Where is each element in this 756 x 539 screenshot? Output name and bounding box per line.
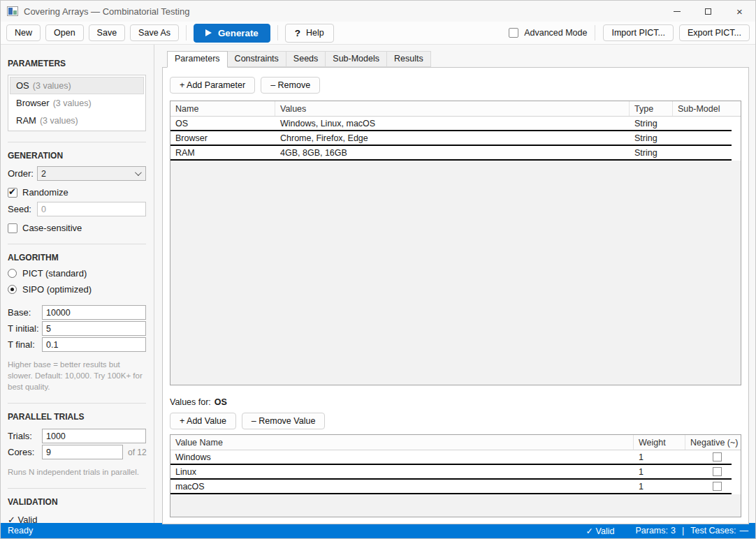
parameter-list-item[interactable]: OS(3 values) bbox=[10, 77, 144, 94]
column-header-name[interactable]: Name bbox=[170, 101, 275, 116]
values-for-line: Values for:OS bbox=[170, 397, 741, 407]
parameter-table-row[interactable]: RAM4GB, 8GB, 16GBString bbox=[170, 146, 732, 161]
tab-parameters[interactable]: Parameters bbox=[167, 51, 228, 68]
value-negative-cell bbox=[685, 467, 741, 476]
column-header-type[interactable]: Type bbox=[630, 101, 673, 116]
order-dropdown[interactable]: 2 bbox=[37, 166, 146, 181]
column-header-sub-model[interactable]: Sub-Model bbox=[673, 101, 741, 116]
algorithm-options: PICT (standard)SIPO (optimized) bbox=[8, 268, 146, 295]
t-final-input[interactable]: 0.1 bbox=[42, 337, 146, 352]
parameter-list-item[interactable]: Browser(3 values) bbox=[10, 94, 144, 112]
validation-section-header: VALIDATION bbox=[8, 497, 146, 507]
param-type-cell: String bbox=[630, 148, 673, 158]
value-negative-cell bbox=[685, 482, 741, 491]
minimize-icon bbox=[674, 11, 681, 12]
cores-value: 9 bbox=[46, 448, 51, 457]
remove-value-button[interactable]: – Remove Value bbox=[242, 413, 326, 429]
column-header-negative-[interactable]: Negative (~) bbox=[685, 435, 741, 450]
tab-sub-models[interactable]: Sub-Models bbox=[325, 51, 387, 67]
column-header-value-name[interactable]: Value Name bbox=[170, 435, 634, 450]
open-button[interactable]: Open bbox=[45, 24, 84, 41]
value-negative-cell bbox=[685, 452, 741, 462]
column-header-weight[interactable]: Weight bbox=[634, 435, 685, 450]
value-name-cell: Windows bbox=[170, 452, 634, 462]
parallel-trials-section-header: PARALLEL TRIALS bbox=[8, 412, 146, 422]
param-type-cell: String bbox=[630, 119, 673, 128]
base-input[interactable]: 10000 bbox=[42, 305, 146, 320]
play-icon bbox=[205, 29, 212, 36]
parameters-table: NameValuesTypeSub-Model OSWindows, Linux… bbox=[170, 101, 741, 385]
sidebar: PARAMETERS OS(3 values)Browser(3 values)… bbox=[1, 45, 154, 524]
values-for-parameter: OS bbox=[215, 397, 227, 407]
order-label: Order: bbox=[8, 168, 37, 179]
value-weight-cell: 1 bbox=[634, 467, 685, 477]
tab-seeds[interactable]: Seeds bbox=[286, 51, 326, 67]
column-header-values[interactable]: Values bbox=[275, 101, 630, 116]
trials-value: 1000 bbox=[46, 431, 66, 441]
algorithm-option[interactable]: PICT (standard) bbox=[8, 268, 146, 279]
add-value-button[interactable]: + Add Value bbox=[170, 413, 236, 429]
cores-input[interactable]: 9 bbox=[42, 445, 123, 459]
import-pict-button[interactable]: Import PICT... bbox=[603, 24, 673, 41]
seed-row: Seed: 0 bbox=[8, 202, 146, 216]
base-label: Base: bbox=[8, 307, 42, 318]
close-icon: × bbox=[736, 6, 743, 17]
question-icon: ? bbox=[295, 28, 300, 38]
section-divider bbox=[8, 488, 146, 489]
tab-strip: ParametersConstraintsSeedsSub-ModelsResu… bbox=[167, 51, 749, 67]
parameters-section-header: PARAMETERS bbox=[8, 59, 146, 68]
case-sensitive-row[interactable]: Case-sensitive bbox=[8, 223, 146, 233]
section-divider bbox=[8, 244, 146, 244]
trials-input[interactable]: 1000 bbox=[42, 429, 146, 443]
value-table-row[interactable]: Windows1 bbox=[170, 450, 732, 465]
t-final-label: T final: bbox=[8, 339, 42, 350]
tab-constraints[interactable]: Constraints bbox=[227, 51, 286, 67]
radio-icon[interactable] bbox=[8, 285, 17, 294]
randomize-row[interactable]: ✔ Randomize bbox=[8, 187, 146, 198]
help-button[interactable]: ? Help bbox=[285, 24, 334, 43]
algorithm-option[interactable]: SIPO (optimized) bbox=[8, 284, 146, 295]
save-button[interactable]: Save bbox=[89, 24, 126, 41]
close-button[interactable]: × bbox=[724, 1, 755, 22]
parameter-item-count: (3 values) bbox=[33, 81, 71, 91]
param-values-cell: Chrome, Firefox, Edge bbox=[275, 133, 630, 143]
generate-label: Generate bbox=[218, 28, 259, 38]
maximize-button[interactable] bbox=[692, 1, 724, 22]
app-window: Covering Arrays — Combinatorial Testing … bbox=[0, 0, 756, 539]
tab-results[interactable]: Results bbox=[386, 51, 431, 67]
parameter-table-row[interactable]: OSWindows, Linux, macOSString bbox=[170, 117, 732, 131]
save-as-button[interactable]: Save As bbox=[130, 24, 179, 41]
parameter-item-name: RAM bbox=[16, 115, 36, 126]
cores-row: Cores: 9 of 12 bbox=[8, 445, 146, 459]
export-pict-button[interactable]: Export PICT... bbox=[679, 24, 750, 41]
seed-input[interactable]: 0 bbox=[37, 202, 146, 216]
negative-checkbox[interactable] bbox=[713, 482, 722, 491]
add-parameter-button[interactable]: + Add Parameter bbox=[170, 77, 255, 94]
t-initial-input[interactable]: 5 bbox=[42, 321, 146, 336]
advanced-mode-checkbox[interactable] bbox=[509, 28, 518, 38]
param-values-cell: Windows, Linux, macOS bbox=[275, 119, 630, 128]
minimize-button[interactable] bbox=[661, 1, 692, 22]
algorithm-option-label: PICT (standard) bbox=[22, 268, 87, 279]
new-button[interactable]: New bbox=[6, 24, 41, 41]
generate-button[interactable]: Generate bbox=[194, 24, 270, 43]
radio-icon[interactable] bbox=[8, 269, 17, 278]
toolbar-right: Advanced Mode Import PICT... Export PICT… bbox=[509, 24, 750, 41]
status-bar: Ready ✓ Valid Params: 3 | Test Cases: — bbox=[1, 523, 755, 538]
case-sensitive-checkbox[interactable] bbox=[8, 223, 17, 233]
value-table-row[interactable]: Linux1 bbox=[170, 465, 732, 480]
parameter-list-item[interactable]: RAM(3 values) bbox=[10, 112, 144, 129]
negative-checkbox[interactable] bbox=[713, 467, 722, 476]
randomize-checkbox[interactable]: ✔ bbox=[8, 188, 17, 198]
status-divider: | bbox=[682, 526, 684, 536]
toolbar: New Open Save Save As Generate ? Help Ad… bbox=[1, 22, 755, 45]
title-bar: Covering Arrays — Combinatorial Testing … bbox=[1, 1, 755, 22]
remove-parameter-button[interactable]: – Remove bbox=[261, 77, 320, 94]
value-table-row[interactable]: macOS1 bbox=[170, 480, 732, 494]
main-area: ParametersConstraintsSeedsSub-ModelsResu… bbox=[154, 45, 755, 524]
toolbar-separator bbox=[595, 25, 595, 40]
parameter-item-count: (3 values) bbox=[53, 98, 92, 108]
negative-checkbox[interactable] bbox=[713, 452, 722, 462]
status-ready: Ready bbox=[8, 526, 33, 536]
parameter-table-row[interactable]: BrowserChrome, Firefox, EdgeString bbox=[170, 131, 732, 146]
